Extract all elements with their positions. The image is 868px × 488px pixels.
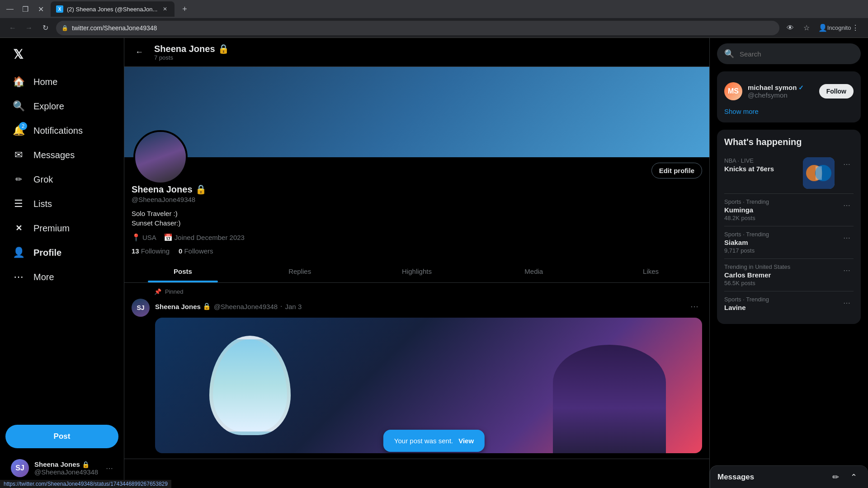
sidebar-logo[interactable]: 𝕏 (7, 38, 118, 70)
profile-tabs: Posts Replies Highlights Media Likes (124, 260, 709, 283)
browser-titlebar: — ❐ ✕ X (2) Sheena Jones (@SheenaJon... … (0, 0, 868, 18)
toast-view-link[interactable]: View (458, 437, 474, 445)
trend-name-1: Kuminga (724, 206, 835, 214)
camera-btn[interactable]: 👁 (783, 21, 797, 35)
browser-tab-active[interactable]: X (2) Sheena Jones (@SheenaJon... ✕ (51, 1, 175, 17)
trend-category-3: Trending in United States (724, 263, 835, 270)
tab-media[interactable]: Media (475, 260, 592, 282)
new-tab-btn[interactable]: + (178, 3, 191, 15)
search-box[interactable]: 🔍 (717, 43, 861, 64)
collapse-messages-btn[interactable]: ⌃ (846, 470, 861, 484)
location-meta: 📍 USA (132, 233, 156, 242)
show-more-link[interactable]: Show more (724, 104, 854, 115)
post-button[interactable]: Post (5, 425, 118, 448)
messages-icon: ✉ (13, 149, 24, 161)
tab-likes[interactable]: Likes (592, 260, 709, 282)
sidebar-item-label-lists: Lists (33, 199, 52, 209)
trend-more-btn-3[interactable]: ⋯ (840, 263, 854, 277)
x-logo-icon[interactable]: 𝕏 (7, 43, 29, 65)
pinned-header: 📌 Pinned (132, 288, 702, 295)
trend-category-2: Sports · Trending (724, 231, 835, 238)
followers-stat[interactable]: 0 Followers (179, 247, 213, 255)
toast-notification: Your post was sent. View (383, 430, 485, 452)
trend-item-0[interactable]: NBA · LIVE Knicks at 76ers ⋯ (724, 153, 854, 194)
home-icon: 🏠 (13, 76, 24, 88)
messages-bar: Messages ✏ ⌃ (710, 465, 868, 488)
sidebar-item-label-explore: Explore (33, 101, 64, 112)
sidebar-item-lists[interactable]: ☰ Lists (5, 192, 118, 215)
trend-item-2[interactable]: Sports · Trending Siakam 9,717 posts ⋯ (724, 226, 854, 259)
url-text: twitter.com/SheenaJone49348 (72, 24, 157, 32)
trend-info-1: Sports · Trending Kuminga 48.2K posts (724, 198, 835, 221)
tab-replies[interactable]: Replies (241, 260, 359, 282)
trend-item-1[interactable]: Sports · Trending Kuminga 48.2K posts ⋯ (724, 194, 854, 226)
tab-favicon: X (56, 5, 63, 13)
sidebar-user-avatar: SJ (11, 459, 29, 477)
right-sidebar: 🔍 MS michael symon ✓ @chefsymon Follow S… (710, 38, 868, 488)
profile-header-bar: ← Sheena Jones 🔒 7 posts (124, 38, 709, 67)
trend-more-btn-1[interactable]: ⋯ (840, 198, 854, 212)
reload-btn[interactable]: ↻ (38, 21, 52, 35)
ssl-lock-icon: 🔒 (61, 25, 68, 31)
tab-posts[interactable]: Posts (124, 260, 241, 282)
trend-more-btn-0[interactable]: ⋯ (840, 157, 854, 171)
lists-icon: ☰ (13, 198, 24, 210)
sidebar-item-explore[interactable]: 🔍 Explore (5, 95, 118, 117)
minimize-btn[interactable]: — (4, 3, 16, 15)
messages-bar-title: Messages (717, 473, 828, 482)
follow-button[interactable]: Follow (819, 84, 854, 99)
profile-info: Sheena Jones 🔒 @SheenaJone49348 Solo Tra… (124, 184, 709, 260)
close-btn[interactable]: ✕ (34, 3, 47, 15)
maximize-btn[interactable]: ❐ (19, 3, 32, 15)
sidebar-user[interactable]: SJ Sheena Jones 🔒 @SheenaJone49348 ⋯ (5, 454, 118, 483)
browser-chrome: — ❐ ✕ X (2) Sheena Jones (@SheenaJon... … (0, 0, 868, 38)
trend-item-3[interactable]: Trending in United States Carlos Bremer … (724, 259, 854, 291)
sidebar-item-profile[interactable]: 👤 Profile (5, 241, 118, 264)
pin-icon: 📌 (154, 288, 161, 295)
menu-btn[interactable]: ⋮ (848, 21, 863, 35)
explore-icon: 🔍 (13, 100, 24, 112)
trend-item-4[interactable]: Sports · Trending Lavine ⋯ (724, 291, 854, 317)
trend-info-0: NBA · LIVE Knicks at 76ers (724, 157, 797, 174)
post-more-btn[interactable]: ⋯ (687, 299, 702, 314)
search-icon: 🔍 (724, 49, 734, 59)
sidebar-item-premium[interactable]: ✕ Premium (5, 217, 118, 239)
sidebar-item-notifications[interactable]: 🔔 Notifications 2 (5, 119, 118, 142)
sidebar-user-more-icon: ⋯ (106, 464, 113, 473)
following-stat[interactable]: 13 Following (132, 247, 170, 255)
messages-actions: ✏ ⌃ (828, 470, 861, 484)
post-author-lock-icon: 🔒 (203, 302, 211, 310)
search-input[interactable] (740, 50, 854, 58)
sidebar-item-messages[interactable]: ✉ Messages (5, 144, 118, 166)
browser-omnibar: ← → ↻ 🔒 twitter.com/SheenaJone49348 👁 ☆ … (0, 18, 868, 38)
tab-close-btn[interactable]: ✕ (161, 5, 169, 13)
pinned-label: Pinned (165, 288, 183, 295)
profile-banner (124, 67, 709, 157)
trend-more-btn-4[interactable]: ⋯ (840, 296, 854, 310)
trend-category-1: Sports · Trending (724, 198, 835, 205)
post-dot: · (280, 302, 282, 310)
sidebar-item-home[interactable]: 🏠 Home (5, 70, 118, 93)
bookmark-btn[interactable]: ☆ (799, 21, 814, 35)
calendar-icon: 📅 (164, 233, 173, 242)
following-count: 13 (132, 247, 139, 255)
sidebar-item-grok[interactable]: ✏ Grok (5, 168, 118, 191)
incognito-btn[interactable]: Incognito (832, 21, 846, 35)
back-nav-btn[interactable]: ← (5, 21, 20, 35)
compose-message-btn[interactable]: ✏ (828, 470, 843, 484)
followers-count: 0 (179, 247, 182, 255)
url-bar[interactable]: 🔒 twitter.com/SheenaJone49348 (56, 21, 779, 35)
sidebar-item-more[interactable]: ⋯ More (5, 266, 118, 288)
profile-header-info: Sheena Jones 🔒 7 posts (154, 43, 229, 61)
trend-more-btn-2[interactable]: ⋯ (840, 231, 854, 244)
edit-profile-button[interactable]: Edit profile (651, 163, 702, 178)
profile-actions: Edit profile (124, 157, 709, 184)
tab-title: (2) Sheena Jones (@SheenaJon... (67, 6, 157, 13)
trend-posts-2: 9,717 posts (724, 247, 835, 254)
more-icon: ⋯ (13, 271, 24, 283)
back-button[interactable]: ← (132, 45, 147, 60)
forward-nav-btn[interactable]: → (22, 21, 36, 35)
tab-highlights[interactable]: Highlights (359, 260, 476, 282)
bio-line2: Sunset Chaser:) (132, 218, 702, 228)
profile-bio: Solo Traveler :) Sunset Chaser:) (132, 209, 702, 228)
